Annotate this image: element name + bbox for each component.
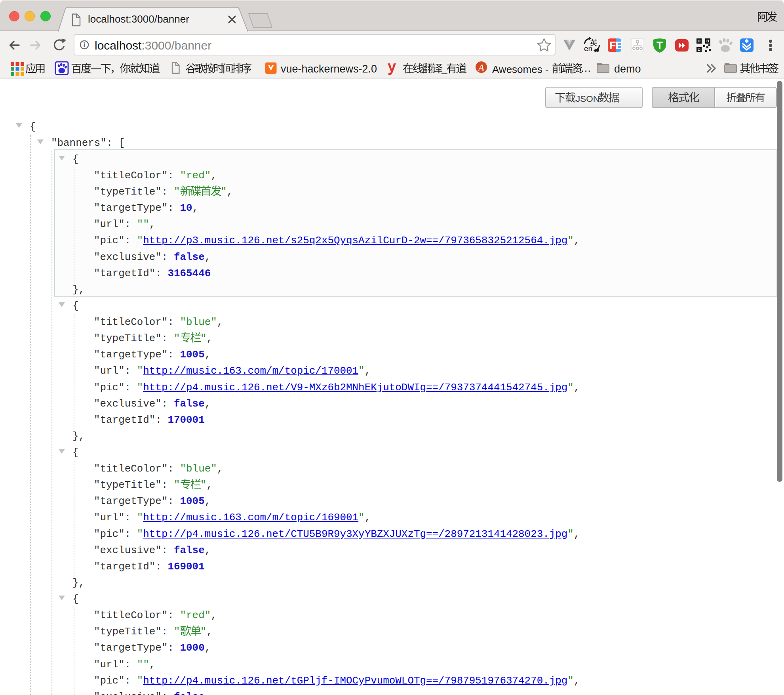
svg-text:A: A xyxy=(478,62,484,73)
svg-text:y: y xyxy=(388,58,396,75)
svg-text:en: en xyxy=(584,44,592,53)
svg-text:E: E xyxy=(615,40,622,52)
svg-text:T: T xyxy=(657,39,663,51)
